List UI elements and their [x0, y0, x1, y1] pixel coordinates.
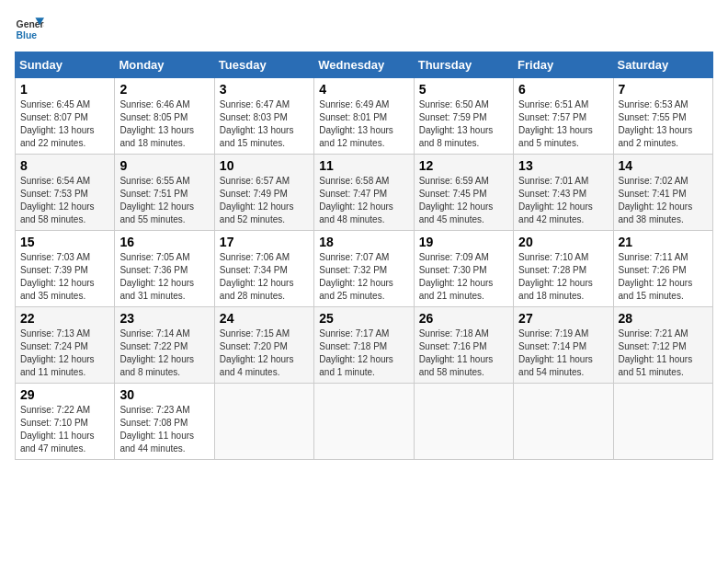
- day-number: 2: [119, 82, 209, 97]
- calendar-cell: 3 Sunrise: 6:47 AMSunset: 8:03 PMDayligh…: [214, 78, 313, 155]
- calendar-cell: 21 Sunrise: 7:11 AMSunset: 7:26 PMDaylig…: [613, 231, 712, 307]
- day-info: Sunrise: 6:58 AMSunset: 7:47 PMDaylight:…: [319, 176, 393, 224]
- day-number: 16: [119, 235, 209, 249]
- day-info: Sunrise: 7:10 AMSunset: 7:28 PMDaylight:…: [518, 252, 593, 301]
- day-info: Sunrise: 6:54 AMSunset: 7:53 PMDaylight:…: [20, 176, 95, 224]
- day-number: 26: [419, 311, 508, 326]
- day-number: 30: [119, 387, 209, 402]
- day-number: 10: [220, 158, 309, 173]
- day-info: Sunrise: 6:51 AMSunset: 7:57 PMDaylight:…: [518, 99, 593, 148]
- logo: General Blue: [15, 15, 44, 44]
- day-number: 25: [319, 311, 408, 326]
- day-info: Sunrise: 7:23 AMSunset: 7:08 PMDaylight:…: [119, 405, 194, 454]
- calendar-cell: 18 Sunrise: 7:07 AMSunset: 7:32 PMDaylig…: [314, 231, 414, 307]
- weekday-header-tuesday: Tuesday: [214, 52, 313, 78]
- calendar-cell: 1 Sunrise: 6:45 AMSunset: 8:07 PMDayligh…: [16, 78, 115, 155]
- day-number: 20: [518, 235, 608, 249]
- day-number: 4: [319, 82, 408, 97]
- day-info: Sunrise: 7:01 AMSunset: 7:43 PMDaylight:…: [518, 176, 593, 224]
- day-number: 18: [319, 235, 408, 249]
- weekday-header-monday: Monday: [115, 52, 214, 78]
- day-info: Sunrise: 7:07 AMSunset: 7:32 PMDaylight:…: [319, 252, 393, 301]
- calendar-cell: [414, 384, 513, 460]
- day-number: 9: [119, 158, 209, 173]
- day-info: Sunrise: 7:19 AMSunset: 7:14 PMDaylight:…: [518, 328, 593, 377]
- calendar-cell: [514, 384, 613, 460]
- calendar-cell: 16 Sunrise: 7:05 AMSunset: 7:36 PMDaylig…: [115, 231, 214, 307]
- calendar-cell: 7 Sunrise: 6:53 AMSunset: 7:55 PMDayligh…: [613, 78, 712, 155]
- calendar-cell: 6 Sunrise: 6:51 AMSunset: 7:57 PMDayligh…: [514, 78, 613, 155]
- day-number: 11: [319, 158, 408, 173]
- calendar-cell: 13 Sunrise: 7:01 AMSunset: 7:43 PMDaylig…: [514, 155, 613, 231]
- day-number: 14: [619, 158, 708, 173]
- day-info: Sunrise: 6:59 AMSunset: 7:45 PMDaylight:…: [419, 176, 494, 224]
- day-info: Sunrise: 7:03 AMSunset: 7:39 PMDaylight:…: [20, 252, 95, 301]
- day-info: Sunrise: 6:50 AMSunset: 7:59 PMDaylight:…: [419, 99, 494, 148]
- calendar-cell: [214, 384, 313, 460]
- calendar-cell: 19 Sunrise: 7:09 AMSunset: 7:30 PMDaylig…: [414, 231, 513, 307]
- day-info: Sunrise: 6:45 AMSunset: 8:07 PMDaylight:…: [20, 99, 95, 148]
- day-info: Sunrise: 7:06 AMSunset: 7:34 PMDaylight:…: [220, 252, 294, 301]
- calendar-cell: 11 Sunrise: 6:58 AMSunset: 7:47 PMDaylig…: [314, 155, 414, 231]
- calendar-week-row: 1 Sunrise: 6:45 AMSunset: 8:07 PMDayligh…: [16, 78, 713, 155]
- day-number: 24: [220, 311, 309, 326]
- calendar-cell: 15 Sunrise: 7:03 AMSunset: 7:39 PMDaylig…: [16, 231, 115, 307]
- logo-icon: General Blue: [15, 15, 44, 44]
- calendar-cell: 24 Sunrise: 7:15 AMSunset: 7:20 PMDaylig…: [214, 307, 313, 384]
- day-number: 21: [619, 235, 708, 249]
- weekday-header-sunday: Sunday: [16, 52, 115, 78]
- day-number: 13: [518, 158, 608, 173]
- day-info: Sunrise: 6:53 AMSunset: 7:55 PMDaylight:…: [619, 99, 693, 148]
- calendar-cell: 28 Sunrise: 7:21 AMSunset: 7:12 PMDaylig…: [613, 307, 712, 384]
- calendar-week-row: 22 Sunrise: 7:13 AMSunset: 7:24 PMDaylig…: [16, 307, 713, 384]
- day-info: Sunrise: 7:11 AMSunset: 7:26 PMDaylight:…: [619, 252, 693, 301]
- day-info: Sunrise: 7:05 AMSunset: 7:36 PMDaylight:…: [119, 252, 194, 301]
- weekday-header-friday: Friday: [514, 52, 613, 78]
- calendar-cell: 17 Sunrise: 7:06 AMSunset: 7:34 PMDaylig…: [214, 231, 313, 307]
- day-number: 28: [619, 311, 708, 326]
- day-number: 23: [119, 311, 209, 326]
- calendar-cell: 22 Sunrise: 7:13 AMSunset: 7:24 PMDaylig…: [16, 307, 115, 384]
- day-info: Sunrise: 7:09 AMSunset: 7:30 PMDaylight:…: [419, 252, 494, 301]
- day-number: 29: [20, 387, 109, 402]
- calendar-cell: 5 Sunrise: 6:50 AMSunset: 7:59 PMDayligh…: [414, 78, 513, 155]
- calendar-cell: 29 Sunrise: 7:22 AMSunset: 7:10 PMDaylig…: [16, 384, 115, 460]
- day-info: Sunrise: 7:14 AMSunset: 7:22 PMDaylight:…: [119, 328, 194, 377]
- weekday-header-wednesday: Wednesday: [314, 52, 414, 78]
- day-info: Sunrise: 7:17 AMSunset: 7:18 PMDaylight:…: [319, 328, 393, 377]
- day-info: Sunrise: 7:21 AMSunset: 7:12 PMDaylight:…: [619, 328, 693, 377]
- day-number: 7: [619, 82, 708, 97]
- day-info: Sunrise: 6:46 AMSunset: 8:05 PMDaylight:…: [119, 99, 194, 148]
- day-info: Sunrise: 7:22 AMSunset: 7:10 PMDaylight:…: [20, 405, 95, 454]
- calendar-cell: 23 Sunrise: 7:14 AMSunset: 7:22 PMDaylig…: [115, 307, 214, 384]
- day-number: 17: [220, 235, 309, 249]
- page-header: General Blue: [15, 15, 713, 44]
- day-number: 15: [20, 235, 109, 249]
- calendar-cell: [613, 384, 712, 460]
- calendar-week-row: 29 Sunrise: 7:22 AMSunset: 7:10 PMDaylig…: [16, 384, 713, 460]
- calendar-cell: 14 Sunrise: 7:02 AMSunset: 7:41 PMDaylig…: [613, 155, 712, 231]
- day-info: Sunrise: 6:47 AMSunset: 8:03 PMDaylight:…: [220, 99, 294, 148]
- calendar-cell: 27 Sunrise: 7:19 AMSunset: 7:14 PMDaylig…: [514, 307, 613, 384]
- calendar-cell: 8 Sunrise: 6:54 AMSunset: 7:53 PMDayligh…: [16, 155, 115, 231]
- day-number: 6: [518, 82, 608, 97]
- calendar-cell: 4 Sunrise: 6:49 AMSunset: 8:01 PMDayligh…: [314, 78, 414, 155]
- calendar-cell: 2 Sunrise: 6:46 AMSunset: 8:05 PMDayligh…: [115, 78, 214, 155]
- calendar-cell: 9 Sunrise: 6:55 AMSunset: 7:51 PMDayligh…: [115, 155, 214, 231]
- day-number: 12: [419, 158, 508, 173]
- weekday-header-row: SundayMondayTuesdayWednesdayThursdayFrid…: [16, 52, 713, 78]
- weekday-header-saturday: Saturday: [613, 52, 712, 78]
- calendar-cell: 25 Sunrise: 7:17 AMSunset: 7:18 PMDaylig…: [314, 307, 414, 384]
- day-number: 19: [419, 235, 508, 249]
- day-info: Sunrise: 7:18 AMSunset: 7:16 PMDaylight:…: [419, 328, 494, 377]
- day-number: 22: [20, 311, 109, 326]
- day-number: 3: [220, 82, 309, 97]
- day-info: Sunrise: 7:15 AMSunset: 7:20 PMDaylight:…: [220, 328, 294, 377]
- calendar-cell: 26 Sunrise: 7:18 AMSunset: 7:16 PMDaylig…: [414, 307, 513, 384]
- day-info: Sunrise: 6:49 AMSunset: 8:01 PMDaylight:…: [319, 99, 393, 148]
- calendar-cell: [314, 384, 414, 460]
- calendar-table: SundayMondayTuesdayWednesdayThursdayFrid…: [15, 52, 713, 460]
- day-number: 1: [20, 82, 109, 97]
- day-info: Sunrise: 6:55 AMSunset: 7:51 PMDaylight:…: [119, 176, 194, 224]
- calendar-cell: 20 Sunrise: 7:10 AMSunset: 7:28 PMDaylig…: [514, 231, 613, 307]
